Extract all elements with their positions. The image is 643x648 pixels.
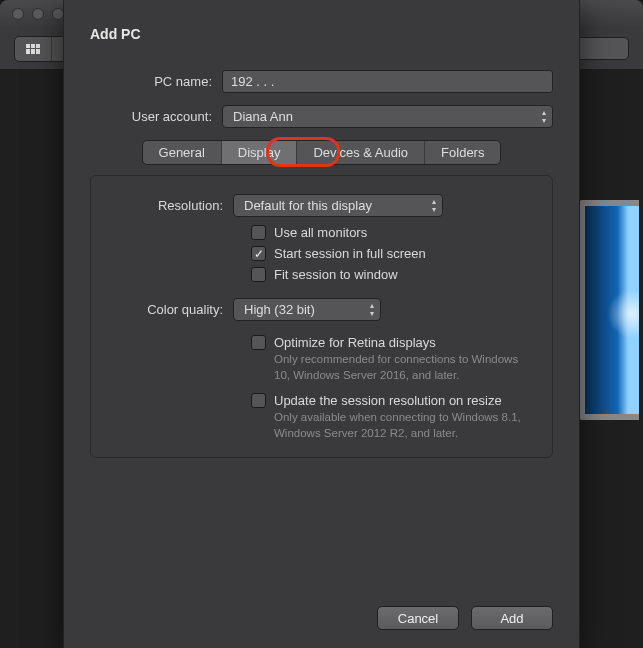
add-button[interactable]: Add [471,606,553,630]
app-window: Microsoft Remote Desktop ✱ ⌄ ＋ ⌄ PCs Wor… [0,0,643,648]
optimize-retina-checkbox[interactable] [251,335,266,350]
grid-icon [26,44,40,54]
optimize-retina-hint: Only recommended for connections to Wind… [274,352,534,383]
desktop-thumbnail[interactable] [579,200,639,420]
color-quality-select[interactable]: High (32 bit) ▴▾ [233,298,381,321]
settings-tabs: General Display Devices & Audio Folders [90,140,553,165]
cancel-button[interactable]: Cancel [377,606,459,630]
use-all-monitors-checkbox[interactable] [251,225,266,240]
resolution-select[interactable]: Default for this display ▴▾ [233,194,443,217]
user-account-label: User account: [90,109,222,124]
fit-window-checkbox[interactable] [251,267,266,282]
stepper-icon: ▴▾ [542,109,546,125]
optimize-retina-label: Optimize for Retina displays [274,335,534,350]
user-account-value: Diana Ann [233,109,293,124]
color-quality-label: Color quality: [109,302,233,317]
update-resize-checkbox[interactable] [251,393,266,408]
use-all-monitors-label: Use all monitors [274,225,367,240]
stepper-icon: ▴▾ [370,302,374,318]
tab-general[interactable]: General [143,141,221,164]
update-resize-hint: Only available when connecting to Window… [274,410,534,441]
sheet-footer: Cancel Add [377,606,553,630]
color-quality-value: High (32 bit) [244,302,315,317]
fit-window-label: Fit session to window [274,267,398,282]
resolution-value: Default for this display [244,198,372,213]
tab-folders[interactable]: Folders [424,141,500,164]
update-resize-label: Update the session resolution on resize [274,393,534,408]
start-fullscreen-label: Start session in full screen [274,246,426,261]
display-panel: Resolution: Default for this display ▴▾ … [90,175,553,458]
start-fullscreen-checkbox[interactable] [251,246,266,261]
user-account-select[interactable]: Diana Ann ▴▾ [222,105,553,128]
grid-view-button[interactable] [15,37,51,61]
resolution-label: Resolution: [109,198,233,213]
pc-name-input[interactable] [222,70,553,93]
stepper-icon: ▴▾ [432,198,436,214]
sheet-title: Add PC [90,26,553,42]
close-icon[interactable] [12,8,24,20]
tab-devices-audio[interactable]: Devices & Audio [296,141,424,164]
tab-display[interactable]: Display [221,141,297,164]
add-pc-sheet: Add PC PC name: User account: Diana Ann … [63,0,580,648]
pc-name-label: PC name: [90,74,222,89]
minimize-icon[interactable] [32,8,44,20]
window-controls [12,8,64,20]
